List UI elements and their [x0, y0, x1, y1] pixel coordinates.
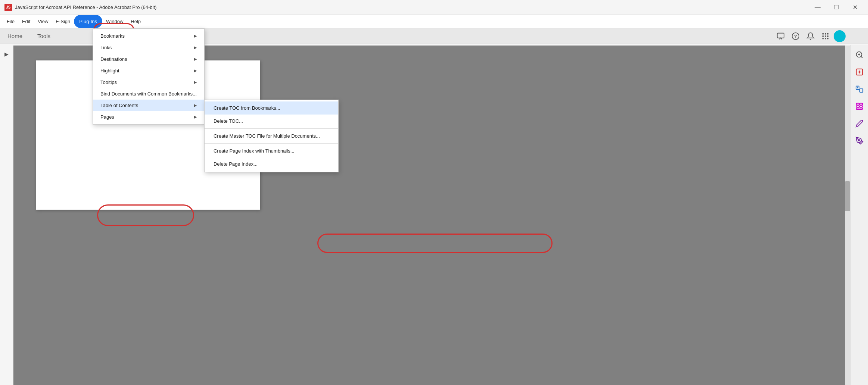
svg-rect-9 — [822, 38, 824, 39]
submenu-delete-toc[interactable]: Delete TOC... — [205, 115, 338, 128]
menu-bookmarks[interactable]: Bookmarks ▶ — [93, 30, 204, 42]
svg-rect-4 — [825, 33, 826, 34]
svg-rect-11 — [827, 38, 829, 39]
svg-rect-35 — [856, 103, 859, 105]
app-icon: JS — [4, 4, 12, 11]
translate-icon[interactable] — [852, 82, 867, 96]
title-text: JavaScript for Acrobat API Reference - A… — [15, 4, 806, 10]
menu-plugins[interactable]: Plug-Ins — [74, 15, 102, 28]
svg-rect-3 — [822, 33, 824, 34]
submenu-delete-page-index[interactable]: Delete Page Index... — [205, 157, 338, 170]
plugins-dropdown: Bookmarks ▶ Links ▶ Destinations ▶ Highl… — [93, 28, 205, 125]
svg-line-26 — [861, 56, 862, 58]
header-right-icons: ? — [774, 29, 868, 43]
arrow-icon: ▶ — [194, 115, 197, 119]
help-icon[interactable]: ? — [789, 29, 802, 43]
menu-pages[interactable]: Pages ▶ — [93, 111, 204, 123]
menu-view[interactable]: View — [34, 15, 52, 28]
apps-icon[interactable] — [819, 29, 832, 43]
layout-icon[interactable] — [852, 99, 867, 113]
menu-table-of-contents[interactable]: Table of Contents ▶ Create TOC from Book… — [93, 100, 204, 111]
arrow-icon: ▶ — [194, 34, 197, 38]
scrollbar-thumb[interactable] — [845, 181, 850, 211]
menu-file[interactable]: File — [3, 15, 18, 28]
panel-toggle-button[interactable]: ▶ — [1, 48, 12, 60]
right-toolbar — [850, 45, 868, 385]
close-button[interactable]: ✕ — [846, 1, 864, 13]
left-panel: ▶ — [0, 46, 13, 385]
menu-bind-documents[interactable]: Bind Documents with Common Bookmarks... — [93, 88, 204, 100]
edit-pen-icon[interactable] — [852, 134, 867, 148]
submenu-separator — [205, 128, 338, 129]
submenu-separator-2 — [205, 143, 338, 144]
tab-tools[interactable]: Tools — [30, 28, 58, 44]
menu-tooltips[interactable]: Tooltips ▶ — [93, 76, 204, 88]
arrow-icon: ▶ — [194, 68, 197, 73]
arrow-icon: ▶ — [194, 45, 197, 50]
sign-icon[interactable] — [852, 116, 867, 131]
svg-rect-36 — [859, 103, 862, 105]
arrow-icon: ▶ — [194, 103, 197, 108]
dropdown-menu: Bookmarks ▶ Links ▶ Destinations ▶ Highl… — [93, 28, 205, 125]
scrollbar-track[interactable] — [845, 46, 850, 385]
svg-text:?: ? — [794, 34, 797, 39]
svg-rect-39 — [856, 108, 862, 110]
submenu-create-toc[interactable]: Create TOC from Bookmarks... — [205, 101, 338, 115]
svg-point-40 — [858, 140, 860, 141]
notification-icon[interactable] — [804, 29, 817, 43]
toc-submenu: Create TOC from Bookmarks... Delete TOC.… — [204, 100, 339, 172]
menu-highlight[interactable]: Highlight ▶ — [93, 65, 204, 76]
title-bar: JS JavaScript for Acrobat API Reference … — [0, 0, 868, 15]
svg-rect-38 — [859, 106, 862, 107]
minimize-button[interactable]: — — [809, 1, 826, 13]
menu-esign[interactable]: E-Sign — [52, 15, 74, 28]
window-controls: — ☐ ✕ — [809, 1, 864, 13]
menu-destinations[interactable]: Destinations ▶ — [93, 53, 204, 65]
menu-edit[interactable]: Edit — [18, 15, 34, 28]
comment-icon[interactable] — [774, 29, 787, 43]
svg-rect-8 — [827, 35, 829, 37]
svg-rect-33 — [859, 89, 862, 92]
svg-rect-6 — [822, 35, 824, 37]
svg-rect-10 — [825, 38, 826, 39]
arrow-icon: ▶ — [194, 57, 197, 62]
svg-rect-0 — [777, 33, 784, 38]
menu-links[interactable]: Links ▶ — [93, 42, 204, 53]
menu-bar: File Edit View E-Sign Plug-Ins Window He… — [0, 15, 868, 28]
magnify-icon[interactable] — [852, 48, 867, 62]
menu-window[interactable]: Window — [102, 15, 127, 28]
tab-home[interactable]: Home — [0, 28, 30, 44]
svg-rect-37 — [856, 106, 859, 107]
scan-add-icon[interactable] — [852, 65, 867, 79]
maximize-button[interactable]: ☐ — [828, 1, 845, 13]
arrow-icon: ▶ — [194, 80, 197, 85]
svg-rect-5 — [827, 33, 829, 34]
svg-rect-7 — [825, 35, 826, 37]
submenu-create-page-index[interactable]: Create Page Index with Thumbnails... — [205, 144, 338, 157]
submenu-create-master-toc[interactable]: Create Master TOC File for Multiple Docu… — [205, 129, 338, 143]
menu-help[interactable]: Help — [127, 15, 144, 28]
user-avatar[interactable] — [834, 30, 846, 42]
